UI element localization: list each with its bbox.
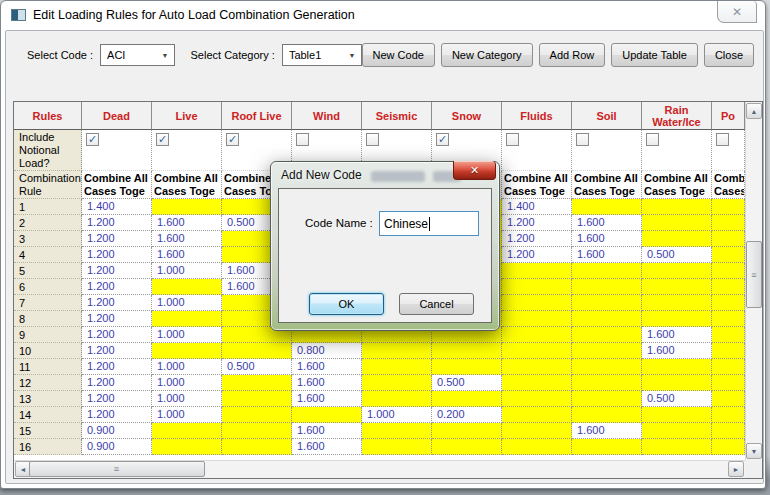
include-checkbox-po[interactable]	[716, 133, 729, 146]
grid-cell-r12-wind[interactable]: 1.600	[292, 375, 362, 391]
combination-cell-po[interactable]: Combine AllCases Toge	[712, 171, 745, 199]
grid-cell-r9-po[interactable]	[712, 327, 745, 343]
row-label-3[interactable]: 3	[14, 231, 82, 247]
include-checkbox-dead[interactable]: ✓	[86, 133, 99, 146]
grid-cell-r14-soil[interactable]	[572, 407, 642, 423]
grid-cell-r11-snow[interactable]	[432, 359, 502, 375]
grid-cell-r10-rain-water-ice[interactable]: 1.600	[642, 343, 712, 359]
include-checkbox-fluids[interactable]	[506, 133, 519, 146]
grid-cell-r7-soil[interactable]	[572, 295, 642, 311]
cancel-button[interactable]: Cancel	[399, 293, 474, 315]
grid-cell-r13-seismic[interactable]	[362, 391, 432, 407]
grid-cell-r3-soil[interactable]: 1.600	[572, 231, 642, 247]
grid-cell-r5-po[interactable]	[712, 263, 745, 279]
grid-cell-r14-dead[interactable]: 1.200	[82, 407, 152, 423]
grid-cell-r11-rain-water-ice[interactable]	[642, 359, 712, 375]
row-label-7[interactable]: 7	[14, 295, 82, 311]
grid-cell-r13-soil[interactable]	[572, 391, 642, 407]
row-label-12[interactable]: 12	[14, 375, 82, 391]
grid-cell-r14-seismic[interactable]: 1.000	[362, 407, 432, 423]
grid-cell-r15-soil[interactable]: 1.600	[572, 423, 642, 439]
grid-cell-r1-dead[interactable]: 1.400	[82, 199, 152, 215]
grid-cell-r5-live[interactable]: 1.000	[152, 263, 222, 279]
window-close-button[interactable]: ✕	[717, 1, 757, 23]
grid-cell-r6-po[interactable]	[712, 279, 745, 295]
row-label-13[interactable]: 13	[14, 391, 82, 407]
grid-cell-r9-dead[interactable]: 1.200	[82, 327, 152, 343]
grid-cell-r5-rain-water-ice[interactable]	[642, 263, 712, 279]
horizontal-scrollbar[interactable]: ◄ ≡ ►	[14, 460, 745, 478]
grid-cell-r14-po[interactable]	[712, 407, 745, 423]
grid-cell-r9-rain-water-ice[interactable]: 1.600	[642, 327, 712, 343]
grid-cell-r1-po[interactable]	[712, 199, 745, 215]
grid-cell-r1-live[interactable]	[152, 199, 222, 215]
grid-cell-r10-roof-live[interactable]	[222, 343, 292, 359]
row-label-2[interactable]: 2	[14, 215, 82, 231]
grid-cell-r4-dead[interactable]: 1.200	[82, 247, 152, 263]
grid-cell-r13-roof-live[interactable]	[222, 391, 292, 407]
grid-cell-r9-live[interactable]: 1.000	[152, 327, 222, 343]
grid-cell-r1-rain-water-ice[interactable]	[642, 199, 712, 215]
grid-cell-r11-seismic[interactable]	[362, 359, 432, 375]
grid-cell-r7-fluids[interactable]	[502, 295, 572, 311]
grid-cell-r12-live[interactable]: 1.000	[152, 375, 222, 391]
column-header-snow[interactable]: Snow	[432, 102, 502, 130]
new-code-button[interactable]: New Code	[362, 43, 435, 67]
grid-cell-r11-po[interactable]	[712, 359, 745, 375]
grid-cell-r14-fluids[interactable]	[502, 407, 572, 423]
grid-cell-r14-rain-water-ice[interactable]	[642, 407, 712, 423]
grid-cell-r12-fluids[interactable]	[502, 375, 572, 391]
update-table-button[interactable]: Update Table	[611, 43, 698, 67]
vertical-scrollbar[interactable]: ▲ ≡ ▼	[745, 102, 762, 460]
code-combobox[interactable]: ACI ▼	[100, 44, 174, 66]
grid-cell-r15-roof-live[interactable]	[222, 423, 292, 439]
column-header-soil[interactable]: Soil	[572, 102, 642, 130]
include-checkbox-snow[interactable]: ✓	[436, 133, 449, 146]
include-checkbox-live[interactable]: ✓	[156, 133, 169, 146]
grid-cell-r10-live[interactable]	[152, 343, 222, 359]
column-header-rain-water-ice[interactable]: Rain Water/Ice	[642, 102, 712, 130]
grid-cell-r11-roof-live[interactable]: 0.500	[222, 359, 292, 375]
grid-cell-r6-rain-water-ice[interactable]	[642, 279, 712, 295]
grid-cell-r12-seismic[interactable]	[362, 375, 432, 391]
grid-cell-r8-fluids[interactable]	[502, 311, 572, 327]
scroll-up-button[interactable]: ▲	[746, 103, 762, 119]
grid-cell-r10-soil[interactable]	[572, 343, 642, 359]
grid-cell-r10-fluids[interactable]	[502, 343, 572, 359]
column-header-rules[interactable]: Rules	[14, 102, 82, 130]
grid-cell-r16-wind[interactable]: 1.600	[292, 439, 362, 455]
grid-cell-r9-fluids[interactable]	[502, 327, 572, 343]
grid-cell-r10-snow[interactable]	[432, 343, 502, 359]
grid-cell-r1-fluids[interactable]: 1.400	[502, 199, 572, 215]
scroll-down-button[interactable]: ▼	[746, 443, 762, 459]
grid-cell-r13-dead[interactable]: 1.200	[82, 391, 152, 407]
grid-cell-r5-fluids[interactable]	[502, 263, 572, 279]
category-combobox[interactable]: Table1 ▼	[282, 44, 362, 66]
grid-cell-r4-fluids[interactable]: 1.200	[502, 247, 572, 263]
grid-cell-r2-dead[interactable]: 1.200	[82, 215, 152, 231]
grid-cell-r1-soil[interactable]	[572, 199, 642, 215]
grid-cell-r10-dead[interactable]: 1.200	[82, 343, 152, 359]
grid-cell-r12-roof-live[interactable]	[222, 375, 292, 391]
code-name-input[interactable]: Chinese	[379, 211, 479, 236]
grid-cell-r2-fluids[interactable]: 1.200	[502, 215, 572, 231]
include-checkbox-soil[interactable]	[576, 133, 589, 146]
grid-cell-r16-roof-live[interactable]	[222, 439, 292, 455]
grid-cell-r8-po[interactable]	[712, 311, 745, 327]
include-row-label[interactable]: Include Notional Load?	[14, 130, 82, 171]
grid-cell-r16-po[interactable]	[712, 439, 745, 455]
grid-cell-r13-po[interactable]	[712, 391, 745, 407]
grid-cell-r5-soil[interactable]	[572, 263, 642, 279]
grid-cell-r15-dead[interactable]: 0.900	[82, 423, 152, 439]
column-header-roof-live[interactable]: Roof Live	[222, 102, 292, 130]
grid-cell-r15-po[interactable]	[712, 423, 745, 439]
grid-cell-r15-wind[interactable]: 1.600	[292, 423, 362, 439]
grid-cell-r15-rain-water-ice[interactable]	[642, 423, 712, 439]
grid-cell-r13-snow[interactable]	[432, 391, 502, 407]
row-label-10[interactable]: 10	[14, 343, 82, 359]
combination-cell-live[interactable]: Combine AllCases Toge	[152, 171, 222, 199]
row-label-9[interactable]: 9	[14, 327, 82, 343]
grid-cell-r15-seismic[interactable]	[362, 423, 432, 439]
row-label-16[interactable]: 16	[14, 439, 82, 455]
combination-cell-dead[interactable]: Combine AllCases Toge	[82, 171, 152, 199]
